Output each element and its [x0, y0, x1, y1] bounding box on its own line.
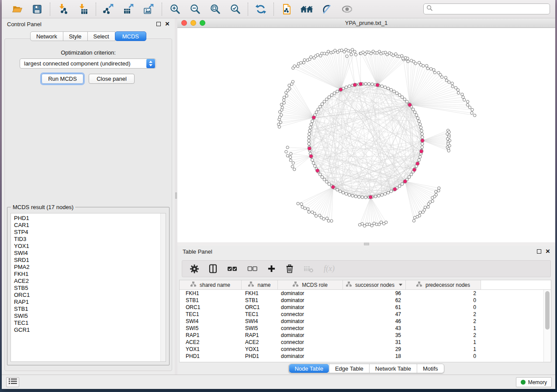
table-row[interactable]: FKH1FKH1dominator962 — [180, 290, 551, 297]
column-header-name[interactable]: name — [242, 280, 278, 289]
zoom-selected-icon[interactable] — [228, 3, 242, 16]
cell-successor_nodes: 46 — [343, 318, 406, 325]
cell-mcds_role: dominator — [278, 304, 343, 311]
close-panel-icon[interactable]: × — [165, 21, 170, 27]
column-tree-icon — [190, 282, 196, 288]
network-view-window: YPA_prune.txt_1 — [177, 18, 555, 242]
mcds-result-item[interactable]: CAR1 — [11, 222, 166, 229]
settings-gear-icon[interactable] — [190, 263, 199, 275]
table-scrollbar-thumb[interactable] — [545, 291, 550, 330]
tab-mcds[interactable]: MCDS — [115, 31, 146, 41]
mcds-result-item[interactable]: STP4 — [11, 229, 166, 236]
tab-network[interactable]: Network — [30, 31, 63, 41]
float-panel-icon[interactable] — [156, 22, 161, 26]
column-label: successor nodes — [355, 282, 394, 288]
cell-predecessor_nodes: 2 — [406, 290, 481, 297]
table-row[interactable]: PHD1PHD1dominator180 — [180, 353, 551, 360]
search-input[interactable] — [435, 5, 547, 14]
cell-mcds_role: connector — [278, 339, 343, 346]
export-network-icon[interactable] — [102, 3, 115, 16]
mcds-result-item[interactable]: YOX1 — [11, 243, 166, 250]
mcds-result-list[interactable]: PHD1CAR1STP4TID3YOX1SWI4SRD1PMA2FKH1ACE2… — [10, 213, 166, 362]
mcds-result-item[interactable]: RAP1 — [11, 299, 166, 306]
column-label: predecessor nodes — [426, 282, 470, 288]
cell-predecessor_nodes: 2 — [406, 311, 481, 318]
table-row[interactable]: SWI4SWI4dominator462 — [180, 318, 551, 325]
tab-network-table[interactable]: Network Table — [369, 364, 417, 373]
mcds-result-item[interactable]: SWI5 — [11, 313, 166, 320]
table-row[interactable]: TEC1TEC1connector472 — [180, 311, 551, 318]
network-canvas[interactable] — [177, 28, 555, 242]
table-row[interactable]: YOX1YOX1connector291 — [180, 346, 551, 353]
mcds-result-item[interactable]: ORC1 — [11, 292, 166, 299]
show-columns-icon[interactable] — [209, 263, 217, 275]
mcds-result-item[interactable]: STB5 — [11, 285, 166, 292]
float-panel-icon[interactable] — [537, 249, 541, 254]
cell-shared_name: YOX1 — [180, 346, 242, 353]
search-box[interactable] — [423, 3, 550, 14]
mcds-result-item[interactable]: PMA2 — [11, 264, 166, 271]
mcds-result-item[interactable]: SWI4 — [11, 250, 166, 257]
table-row[interactable]: ORC1ORC1dominator610 — [180, 304, 551, 311]
save-session-icon[interactable] — [31, 3, 44, 16]
tab-edge-table[interactable]: Edge Table — [329, 364, 369, 373]
table-row[interactable]: STB1STB1dominator620 — [180, 297, 551, 304]
tab-node-table[interactable]: Node Table — [289, 364, 329, 373]
splitter-grip[interactable] — [175, 193, 177, 199]
zoom-in-icon[interactable] — [168, 3, 181, 16]
minimize-window-icon[interactable] — [190, 20, 196, 26]
table-row[interactable]: ACE2ACE2connector311 — [180, 339, 551, 346]
eye-icon[interactable] — [340, 3, 353, 16]
show-hide-details-icon[interactable] — [320, 3, 333, 16]
refresh-layout-icon[interactable] — [254, 3, 267, 16]
table-scrollbar-track[interactable] — [543, 290, 551, 362]
add-row-icon[interactable] — [267, 263, 276, 275]
optimization-criterion-select[interactable]: largest connected component (undirected) — [20, 58, 156, 69]
network-document-icon[interactable] — [280, 3, 293, 16]
export-image-icon[interactable] — [142, 3, 156, 16]
zoom-window-icon[interactable] — [200, 20, 205, 26]
import-table-icon[interactable] — [76, 3, 90, 16]
delete-row-icon[interactable] — [286, 263, 294, 275]
cell-shared_name: STB1 — [180, 297, 242, 304]
splitter-grip[interactable] — [364, 243, 369, 245]
mcds-result-item[interactable]: STB1 — [11, 306, 166, 313]
mcds-result-item[interactable]: FKH1 — [11, 271, 166, 278]
tab-style[interactable]: Style — [63, 31, 88, 41]
deselect-all-rows-icon[interactable] — [247, 263, 257, 275]
export-table-icon[interactable] — [122, 3, 135, 16]
close-panel-icon[interactable]: × — [546, 248, 550, 254]
mcds-result-item[interactable]: PHD1 — [11, 215, 166, 222]
home-icon[interactable] — [300, 3, 313, 16]
close-panel-button[interactable]: Close panel — [89, 74, 135, 84]
column-label: MCDS role — [302, 282, 328, 288]
table-row[interactable]: SWI5SWI5connector431 — [180, 325, 551, 332]
column-header-MCDS-role[interactable]: MCDS role — [278, 280, 343, 289]
select-all-rows-icon[interactable] — [227, 263, 237, 275]
control-panel-title: Control Panel — [7, 21, 156, 28]
column-header-successor-nodes[interactable]: successor nodes — [343, 280, 406, 289]
column-header-shared-name[interactable]: shared name — [180, 280, 242, 289]
sort-dropdown-icon[interactable] — [399, 284, 402, 286]
list-scrollbar-track[interactable] — [160, 213, 166, 361]
column-header-predecessor-nodes[interactable]: predecessor nodes — [406, 280, 481, 289]
mcds-result-item[interactable]: TEC1 — [11, 320, 166, 327]
mcds-result-item[interactable]: TID3 — [11, 236, 166, 243]
mcds-result-item[interactable]: ACE2 — [11, 278, 166, 285]
run-mcds-button[interactable]: Run MCDS — [42, 74, 83, 84]
tab-select[interactable]: Select — [87, 31, 115, 41]
zoom-out-icon[interactable] — [188, 3, 201, 16]
memory-button[interactable]: Memory — [516, 377, 552, 387]
tab-motifs[interactable]: Motifs — [417, 364, 444, 373]
zoom-fit-icon[interactable] — [208, 3, 221, 16]
import-network-icon[interactable] — [56, 3, 69, 16]
column-label: shared name — [200, 282, 230, 288]
mcds-result-item[interactable]: SRD1 — [11, 257, 166, 264]
table-row[interactable]: RAP1RAP1dominator352 — [180, 332, 551, 339]
panel-menu-button[interactable] — [6, 377, 19, 387]
open-session-icon[interactable] — [10, 3, 24, 16]
horizontal-splitter[interactable] — [177, 242, 555, 246]
mcds-result-item[interactable]: GCR1 — [11, 327, 166, 334]
memory-label: Memory — [528, 379, 547, 385]
close-window-icon[interactable] — [181, 20, 187, 26]
